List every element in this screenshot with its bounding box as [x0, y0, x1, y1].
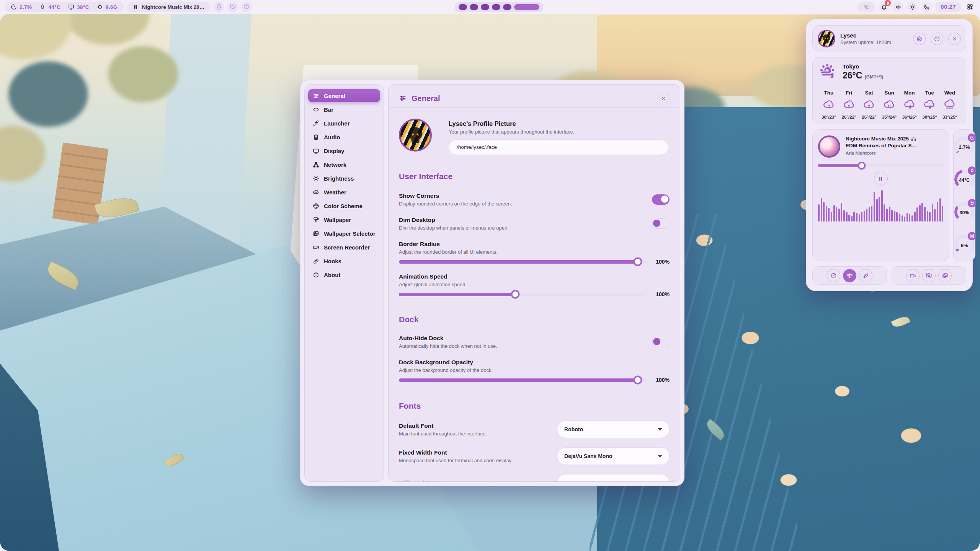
track-progress-slider[interactable]	[818, 164, 943, 167]
system-panel: Lysec System uptime: 1h23m Tokyo 26°C (G…	[806, 19, 973, 291]
clock[interactable]: 00:27	[935, 2, 961, 12]
brightness-icon	[313, 175, 319, 182]
performance-profile-button[interactable]	[827, 269, 840, 282]
default-font-dropdown[interactable]: Roboto	[557, 421, 670, 438]
show-corners-toggle[interactable]	[652, 194, 670, 205]
forecast-day: Sat 26°/22°	[859, 90, 879, 119]
profile-description: Your profile picture that appears throug…	[449, 129, 670, 135]
settings-header: General	[399, 90, 670, 107]
close-button[interactable]	[658, 93, 670, 104]
screen-corner	[0, 543, 8, 551]
gauge-icon	[968, 134, 976, 142]
temperature-gauge: 44°C	[954, 167, 975, 191]
screen-record-button[interactable]	[906, 269, 920, 282]
media-player-pill[interactable]: Nightcore Music Mix 20…	[127, 2, 211, 12]
screen-corner	[972, 14, 980, 22]
workspace-dot[interactable]	[459, 4, 467, 10]
cloud-icon	[313, 189, 319, 196]
cpu-usage-value: 2.7%	[20, 4, 32, 10]
workspace-dot[interactable]	[481, 4, 489, 10]
border-radius-slider[interactable]	[399, 260, 647, 264]
weather-card: Tokyo 26°C (GMT+9) Thu 30°/23° Fri 26°/2…	[812, 57, 966, 124]
balanced-profile-button[interactable]	[843, 269, 856, 282]
sidebar-item-launcher[interactable]: Launcher	[308, 117, 380, 130]
video-camera-icon	[313, 244, 319, 251]
billboard-font-dropdown[interactable]	[557, 474, 670, 482]
play-pause-button[interactable]	[874, 172, 888, 186]
cloud-fog-icon	[944, 99, 956, 111]
sidebar-item-wallpaper[interactable]: Wallpaper	[308, 213, 380, 226]
workspace-dot[interactable]	[503, 4, 511, 10]
power-saver-profile-button[interactable]	[859, 269, 872, 282]
flame-icon	[39, 4, 46, 10]
cloud-lightning-icon	[923, 99, 936, 111]
tray-app-icon[interactable]	[863, 3, 870, 10]
overview-button[interactable]	[965, 2, 975, 12]
track-title-line1: Nightcore Music Mix 2025	[846, 135, 917, 142]
brightness-button[interactable]	[907, 2, 918, 12]
paint-roller-icon	[313, 217, 319, 223]
network-icon	[313, 161, 319, 168]
cloud-rain-icon	[883, 99, 895, 111]
sidebar-item-about[interactable]: About	[308, 268, 380, 281]
settings-button[interactable]	[913, 33, 926, 45]
section-heading-user-interface: User Interface	[399, 172, 670, 181]
dock-opacity-slider[interactable]	[399, 378, 647, 382]
divider	[819, 86, 960, 86]
workspace-dot[interactable]	[492, 4, 500, 10]
chevron-down-icon	[658, 482, 662, 482]
section-heading-dock: Dock	[399, 315, 670, 324]
sidebar-item-wallpaper-selector[interactable]: Wallpaper Selector	[308, 227, 380, 240]
settings-window: General Bar Launcher Audio Display Netwo…	[300, 80, 684, 486]
workspaces-indicator[interactable]	[455, 2, 543, 12]
sidebar-item-bar[interactable]: Bar	[308, 103, 380, 116]
track-progress	[818, 164, 943, 167]
profile-heading: Lysec's Profile Picture	[449, 120, 670, 127]
sidebar-item-brightness[interactable]: Brightness	[308, 172, 380, 185]
screenshots-button[interactable]	[938, 269, 952, 282]
night-light-button[interactable]	[921, 2, 932, 12]
power-button[interactable]	[931, 33, 943, 45]
sidebar-item-network[interactable]: Network	[308, 158, 380, 171]
dim-desktop-toggle[interactable]	[652, 218, 670, 229]
setting-billboard-font-clipped: Billboard Font	[399, 474, 670, 482]
sidebar-item-display[interactable]: Display	[308, 144, 380, 157]
volume-button[interactable]	[893, 2, 903, 12]
skull-button[interactable]	[214, 2, 224, 12]
settings-content: General Lysec's Profile Picture Your pro…	[388, 84, 680, 482]
forecast-day: Tue 30°/25°	[920, 90, 939, 119]
weather-city: Tokyo	[843, 63, 883, 70]
gauge-icon	[11, 4, 17, 10]
fixed-font-dropdown[interactable]: DejaVu Sans Mono	[557, 447, 670, 465]
heart-button[interactable]	[241, 2, 252, 12]
workspace-dot-active[interactable]	[514, 4, 539, 10]
system-tray[interactable]	[858, 2, 875, 12]
sidebar-item-general[interactable]: General	[308, 89, 380, 102]
workspace-dot[interactable]	[470, 4, 478, 10]
sidebar-item-weather[interactable]: Weather	[308, 186, 380, 199]
heart-button[interactable]	[227, 2, 238, 12]
auto-hide-dock-toggle[interactable]	[652, 337, 670, 347]
disk-gauge: 6%	[954, 233, 975, 256]
animation-speed-slider[interactable]	[399, 293, 647, 296]
camera-off-button[interactable]	[922, 269, 936, 282]
capture-group	[892, 266, 966, 285]
headphones-icon	[911, 136, 916, 142]
profile-path-input[interactable]: /home/lysec/.face	[449, 139, 668, 155]
media-title: Nightcore Music Mix 20…	[142, 4, 205, 10]
sidebar-item-hooks[interactable]: Hooks	[308, 254, 380, 267]
database-icon	[968, 232, 976, 240]
profile-avatar	[399, 119, 432, 152]
close-panel-button[interactable]	[948, 33, 961, 45]
memory-stat: 9.6G	[97, 4, 118, 10]
system-stats-pill[interactable]: 2.7% 44°C 38°C 9.6G	[5, 2, 124, 12]
animation-speed-value: 100%	[652, 291, 670, 297]
gpu-temp-stat: 38°C	[68, 4, 89, 10]
sidebar-item-screen-recorder[interactable]: Screen Recorder	[308, 241, 380, 254]
link-icon	[313, 258, 319, 264]
sidebar-item-color-scheme[interactable]: Color Scheme	[308, 199, 380, 212]
sidebar-item-audio[interactable]: Audio	[308, 130, 380, 143]
cloud-lightning-icon	[903, 99, 916, 111]
notifications-button[interactable]: 8	[879, 2, 889, 12]
dock-opacity-value: 100%	[652, 377, 670, 383]
